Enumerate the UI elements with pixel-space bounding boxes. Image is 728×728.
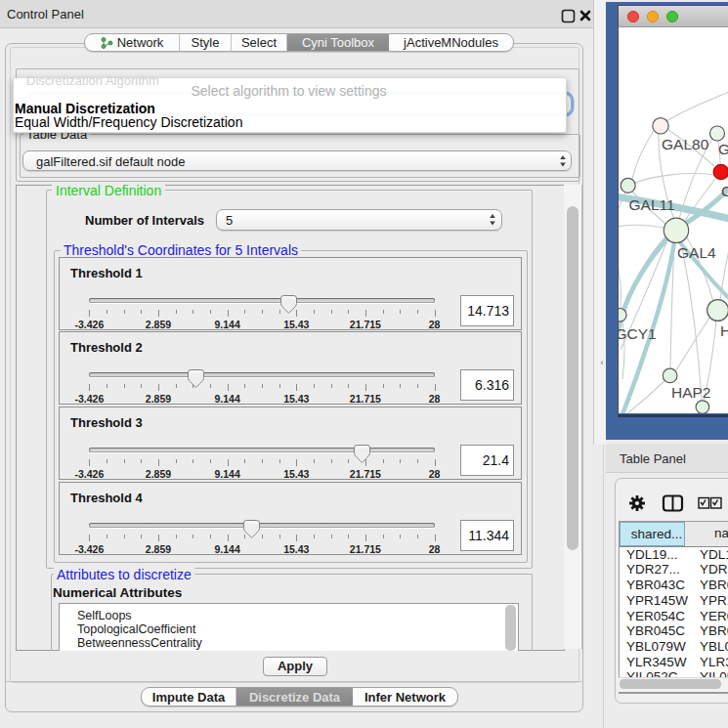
svg-text:GCY1: GCY1	[619, 325, 657, 342]
svg-text:GAL4: GAL4	[677, 244, 716, 261]
svg-text:GAL11: GAL11	[629, 196, 675, 213]
svg-text:G: G	[718, 141, 728, 157]
svg-text:C: C	[721, 183, 728, 199]
svg-text:GAL80: GAL80	[662, 136, 709, 152]
svg-text:HAP2: HAP2	[671, 384, 711, 401]
svg-text:H: H	[720, 322, 728, 339]
